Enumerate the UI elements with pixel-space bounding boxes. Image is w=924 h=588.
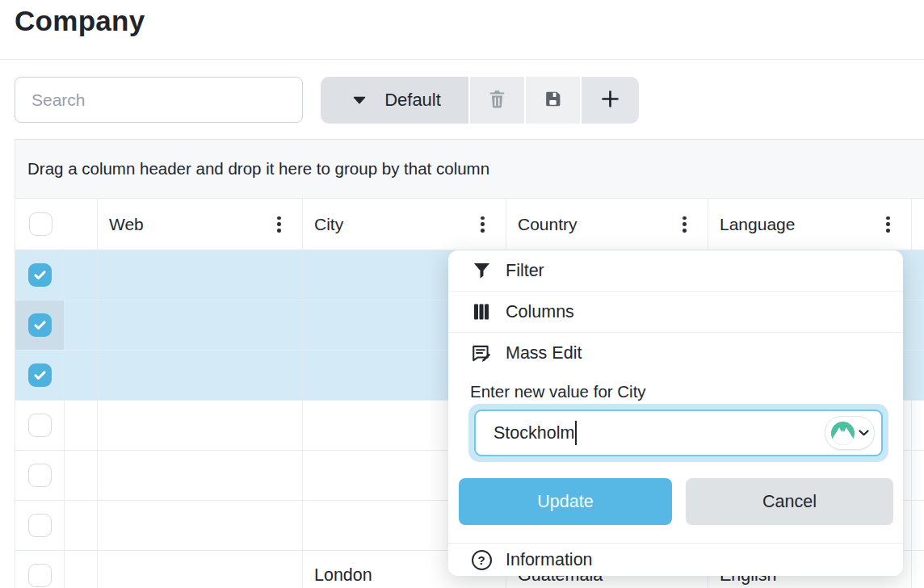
- cell-partial: [912, 250, 924, 300]
- save-view-button[interactable]: [526, 77, 580, 124]
- row-checkbox[interactable]: [28, 564, 52, 587]
- row-checkbox-checked[interactable]: [28, 313, 52, 337]
- group-drop-zone[interactable]: Drag a column header and drop it here to…: [15, 139, 924, 199]
- column-menu-icon[interactable]: [679, 212, 690, 235]
- spacer-cell: [65, 300, 98, 350]
- view-dropdown-label: Default: [384, 90, 441, 111]
- row-select-cell: [15, 451, 65, 500]
- question-circle-icon: [470, 550, 493, 570]
- row-checkbox[interactable]: [28, 464, 52, 487]
- column-menu-icon[interactable]: [477, 212, 488, 235]
- view-toolbar: Default: [321, 77, 639, 124]
- menu-item-columns[interactable]: Columns: [448, 292, 903, 333]
- cell-partial: [912, 351, 924, 400]
- cell-web[interactable]: [98, 250, 303, 300]
- page-title: Company: [15, 5, 145, 37]
- view-dropdown-button[interactable]: Default: [321, 77, 468, 124]
- mass-edit-prompt: Enter new value for City: [470, 382, 903, 401]
- select-all-checkbox[interactable]: [29, 212, 52, 236]
- column-menu-icon[interactable]: [274, 212, 284, 235]
- menu-item-filter[interactable]: Filter: [448, 250, 903, 292]
- menu-item-label: Filter: [506, 261, 544, 281]
- column-label: Language: [720, 215, 795, 234]
- row-checkbox-checked[interactable]: [28, 363, 52, 387]
- spacer-cell: [65, 451, 98, 500]
- row-select-cell: [15, 250, 65, 300]
- column-menu-popup: Filter Columns Mass Edit Ent: [448, 250, 903, 576]
- cell-partial: [912, 451, 924, 500]
- column-label: Web: [109, 215, 144, 234]
- column-label: City: [314, 215, 343, 234]
- grid-header-row: Web City Country Language: [15, 199, 924, 250]
- menu-item-label: Columns: [506, 302, 574, 322]
- column-menu-icon[interactable]: [883, 212, 893, 235]
- row-select-cell-focused: [15, 300, 65, 350]
- plus-icon: [599, 88, 621, 112]
- delete-view-button[interactable]: [470, 77, 524, 124]
- cell-web[interactable]: [98, 401, 303, 450]
- add-view-button[interactable]: [582, 77, 639, 124]
- spacer-cell: [65, 501, 98, 550]
- row-select-cell: [15, 551, 65, 588]
- caret-down-icon: [348, 96, 371, 104]
- columns-icon: [470, 302, 493, 321]
- column-header-language[interactable]: Language: [708, 199, 912, 250]
- filter-icon: [470, 261, 493, 281]
- row-checkbox[interactable]: [28, 514, 52, 537]
- spacer-cell: [65, 250, 98, 300]
- column-header-partial: [912, 199, 924, 250]
- menu-item-mass-edit[interactable]: Mass Edit: [448, 333, 903, 373]
- cell-partial: [912, 401, 924, 450]
- menu-item-label: Mass Edit: [506, 343, 582, 363]
- row-select-cell: [15, 501, 65, 550]
- cancel-button[interactable]: Cancel: [686, 478, 893, 525]
- select-all-cell: [15, 199, 98, 250]
- cell-partial: [912, 501, 924, 550]
- cell-web[interactable]: [98, 451, 303, 500]
- text-cursor: [575, 421, 577, 445]
- nordpass-autofill-icon: [830, 421, 855, 446]
- cell-web[interactable]: [98, 551, 303, 588]
- mass-edit-input-value: Stockholm: [494, 423, 574, 443]
- column-header-country[interactable]: Country: [506, 199, 708, 250]
- mass-edit-input[interactable]: Stockholm: [474, 410, 883, 456]
- nordpass-autofill-button[interactable]: [825, 416, 875, 450]
- column-label: Country: [518, 215, 578, 234]
- update-button[interactable]: Update: [459, 478, 672, 525]
- column-header-city[interactable]: City: [303, 199, 506, 250]
- row-checkbox[interactable]: [28, 414, 52, 437]
- column-header-web[interactable]: Web: [98, 199, 303, 250]
- row-checkbox-checked[interactable]: [28, 263, 52, 287]
- floppy-disk-icon: [543, 89, 563, 111]
- cell-web[interactable]: [98, 300, 303, 350]
- cell-web[interactable]: [98, 501, 303, 550]
- mass-edit-input-focus-ring: Stockholm: [468, 404, 888, 462]
- cell-partial: [912, 300, 924, 350]
- cell-partial: [912, 551, 924, 588]
- row-select-cell: [15, 401, 65, 450]
- cell-web[interactable]: [98, 351, 303, 400]
- spacer-cell: [65, 401, 98, 450]
- mass-edit-icon: [470, 342, 493, 363]
- row-select-cell: [15, 351, 65, 400]
- menu-item-label: Information: [506, 550, 593, 570]
- trash-icon: [486, 88, 508, 112]
- search-input[interactable]: [15, 77, 303, 123]
- spacer-cell: [65, 551, 98, 588]
- header-divider: [0, 59, 924, 60]
- spacer-cell: [65, 351, 98, 400]
- company-grid-screen: Company Default: [0, 0, 924, 588]
- menu-item-information[interactable]: Information: [448, 544, 903, 576]
- chevron-down-icon: [859, 430, 869, 436]
